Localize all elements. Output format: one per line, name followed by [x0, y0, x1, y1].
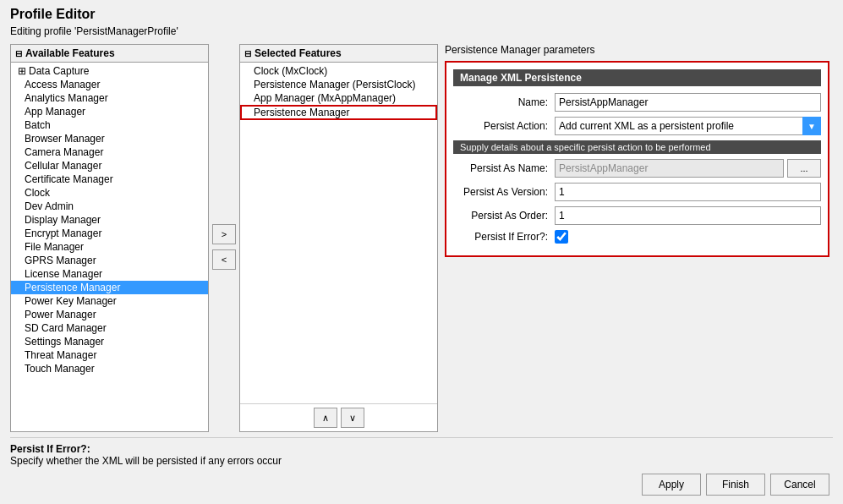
move-left-button[interactable]: <: [212, 249, 236, 270]
name-row: Name:: [453, 93, 821, 112]
selected-feature-list[interactable]: Clock (MxClock) Persistence Manager (Per…: [240, 63, 437, 403]
feature-item-persistence-manager[interactable]: Persistence Manager: [11, 281, 208, 294]
reorder-buttons: ∧ ∨: [240, 403, 437, 431]
persist-if-error-checkbox[interactable]: [555, 230, 568, 244]
right-panel: Persistence Manager parameters Manage XM…: [441, 44, 833, 432]
selected-expand-icon[interactable]: ⊟: [244, 49, 251, 58]
footer: Apply Finish Cancel: [10, 467, 833, 497]
feature-item-touch-manager[interactable]: Touch Manager: [11, 362, 208, 375]
selected-item-persistence-manager[interactable]: Persistence Manager: [240, 105, 437, 120]
persist-action-select-wrapper: Add current XML as a persistent profile …: [555, 117, 821, 135]
selected-item-app-manager[interactable]: App Manager (MxAppManager): [240, 91, 437, 105]
info-bar-description: Specify whether the XML will be persiste…: [10, 455, 833, 467]
expand-icon[interactable]: ⊟: [15, 49, 22, 58]
manage-xml-header: Manage XML Persistence: [453, 69, 821, 86]
selected-item-persistence-clock[interactable]: Persistence Manager (PersistClock): [240, 78, 437, 91]
info-bar: Persist If Error?: Specify whether the X…: [10, 437, 833, 467]
feature-item-clock[interactable]: Clock: [11, 186, 208, 200]
available-features-label: Available Features: [25, 47, 115, 59]
persist-as-order-label: Persist As Order:: [453, 210, 555, 222]
feature-group-datacapture[interactable]: ⊞ Data Capture: [11, 64, 208, 78]
feature-item-certificate-manager[interactable]: Certificate Manager: [11, 173, 208, 186]
browse-button[interactable]: ...: [787, 159, 821, 178]
persist-as-order-input[interactable]: [555, 206, 821, 225]
persist-as-version-row: Persist As Version:: [453, 183, 821, 201]
persist-as-version-label: Persist As Version:: [453, 186, 555, 198]
feature-item-camera-manager[interactable]: Camera Manager: [11, 145, 208, 159]
apply-button[interactable]: Apply: [642, 474, 701, 496]
finish-button[interactable]: Finish: [706, 474, 765, 496]
feature-item-threat-manager[interactable]: Threat Manager: [11, 348, 208, 362]
feature-item-sd-card-manager[interactable]: SD Card Manager: [11, 321, 208, 335]
persist-as-order-row: Persist As Order:: [453, 206, 821, 225]
persist-action-row: Persist Action: Add current XML as a per…: [453, 117, 821, 135]
move-right-button[interactable]: >: [212, 224, 236, 244]
feature-item-app-manager[interactable]: App Manager: [11, 105, 208, 118]
feature-item-cellular-manager[interactable]: Cellular Manager: [11, 159, 208, 173]
right-panel-title: Persistence Manager parameters: [445, 44, 829, 56]
dialog-subtitle: Editing profile 'PersistManagerProfile': [10, 25, 833, 37]
persist-if-error-row: Persist If Error?:: [453, 230, 821, 244]
selected-features-panel: ⊟ Selected Features Clock (MxClock) Pers…: [239, 44, 438, 432]
available-features-header: ⊟ Available Features: [11, 45, 208, 63]
selected-features-header: ⊟ Selected Features: [240, 45, 437, 63]
transfer-buttons: > <: [212, 44, 236, 432]
persist-if-error-checkbox-wrapper: [555, 230, 568, 244]
supply-details-bar: Supply details about a specific persist …: [453, 140, 821, 154]
main-content: ⊟ Available Features ⊞ Data Capture Acce…: [10, 44, 833, 432]
info-bar-title: Persist If Error?:: [10, 443, 833, 455]
feature-item-gprs-manager[interactable]: GPRS Manager: [11, 254, 208, 267]
feature-item-settings-manager[interactable]: Settings Manager: [11, 335, 208, 348]
feature-item-encrypt-manager[interactable]: Encrypt Manager: [11, 227, 208, 240]
persist-as-name-row: Persist As Name: ...: [453, 159, 821, 178]
feature-item-analytics-manager[interactable]: Analytics Manager: [11, 91, 208, 105]
feature-item-batch[interactable]: Batch: [11, 118, 208, 132]
group-label: Data Capture: [29, 65, 89, 77]
feature-item-power-key-manager[interactable]: Power Key Manager: [11, 294, 208, 308]
available-feature-list[interactable]: ⊞ Data Capture Access Manager Analytics …: [11, 63, 208, 431]
feature-item-display-manager[interactable]: Display Manager: [11, 213, 208, 227]
name-label: Name:: [453, 96, 555, 108]
feature-item-file-manager[interactable]: File Manager: [11, 240, 208, 254]
group-expand-icon: ⊞: [18, 65, 26, 77]
selected-features-label: Selected Features: [255, 47, 342, 59]
persist-if-error-label: Persist If Error?:: [453, 231, 555, 243]
persist-as-name-label: Persist As Name:: [453, 162, 555, 174]
available-features-panel: ⊟ Available Features ⊞ Data Capture Acce…: [10, 44, 209, 432]
feature-item-browser-manager[interactable]: Browser Manager: [11, 132, 208, 145]
persist-as-version-input[interactable]: [555, 183, 821, 201]
feature-item-dev-admin[interactable]: Dev Admin: [11, 200, 208, 213]
feature-item-power-manager[interactable]: Power Manager: [11, 308, 208, 321]
move-down-button[interactable]: ∨: [341, 408, 364, 428]
move-up-button[interactable]: ∧: [314, 408, 337, 428]
name-input[interactable]: [555, 93, 821, 112]
persist-action-select[interactable]: Add current XML as a persistent profile …: [555, 117, 821, 135]
feature-item-access-manager[interactable]: Access Manager: [11, 78, 208, 91]
cancel-button[interactable]: Cancel: [770, 474, 829, 496]
persist-action-label: Persist Action:: [453, 120, 555, 132]
manage-xml-box: Manage XML Persistence Name: Persist Act…: [445, 61, 829, 257]
dialog-title: Profile Editor: [10, 7, 833, 22]
profile-editor-dialog: Profile Editor Editing profile 'PersistM…: [0, 0, 843, 504]
selected-item-clock[interactable]: Clock (MxClock): [240, 64, 437, 78]
feature-item-license-manager[interactable]: License Manager: [11, 267, 208, 281]
persist-as-name-input[interactable]: [555, 159, 784, 178]
